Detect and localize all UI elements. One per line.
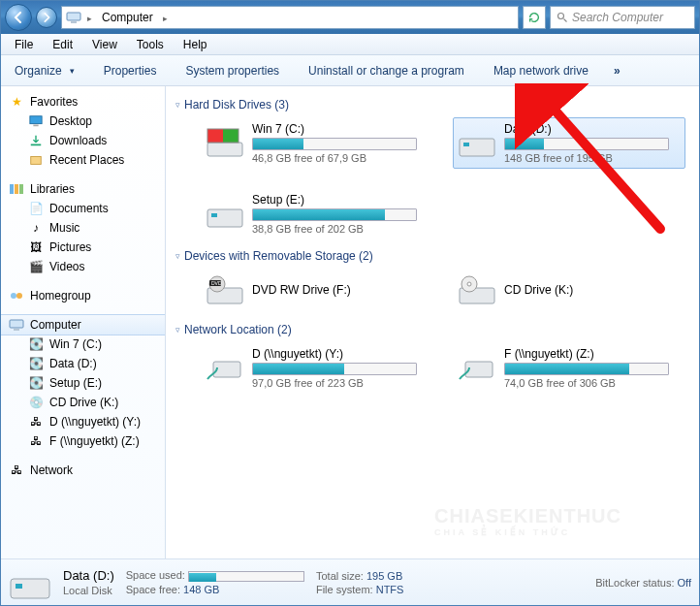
- usage-bar: [504, 138, 669, 150]
- usage-bar: [252, 208, 417, 221]
- sidebar-computer-header[interactable]: Computer: [1, 315, 165, 335]
- section-hdd-header[interactable]: ▿Hard Disk Drives (3): [175, 98, 689, 112]
- dvd-drive-icon: DVD: [206, 273, 244, 308]
- sidebar-item-netdrive-y[interactable]: 🖧D (\\nguyetkt) (Y:): [1, 412, 165, 431]
- svg-rect-14: [207, 143, 242, 156]
- sidebar-favorites-label: Favorites: [30, 95, 78, 109]
- drive-net-y[interactable]: D (\\nguyetkt) (Y:)97,0 GB free of 223 G…: [201, 342, 433, 394]
- sidebar-item-drive-e[interactable]: 💽Setup (E:): [1, 373, 165, 393]
- toolbar-properties[interactable]: Properties: [98, 60, 163, 81]
- svg-rect-16: [223, 129, 239, 143]
- pictures-icon: 🖼: [28, 239, 44, 255]
- svg-point-2: [558, 14, 564, 19]
- toolbar-system-properties[interactable]: System properties: [179, 60, 285, 81]
- content-pane: ▿Hard Disk Drives (3) Win 7 (C:)46,8 GB …: [166, 86, 699, 558]
- computer-icon: [9, 317, 24, 333]
- netdrive-icon: 🖧: [28, 433, 44, 449]
- computer-icon: [66, 10, 81, 25]
- collapse-icon[interactable]: ▿: [175, 325, 180, 335]
- section-network-header[interactable]: ▿Network Location (2): [175, 323, 689, 336]
- collapse-icon[interactable]: ▿: [175, 100, 180, 110]
- menu-edit[interactable]: Edit: [45, 36, 80, 53]
- drive-dvd-f[interactable]: DVD DVD RW Drive (F:): [201, 269, 433, 313]
- cd-icon: 💿: [28, 395, 44, 410]
- sidebar-homegroup-header[interactable]: Homegroup: [1, 286, 165, 305]
- sidebar-item-recent[interactable]: Recent Places: [1, 150, 165, 170]
- sidebar-item-downloads[interactable]: Downloads: [1, 131, 165, 150]
- drive-icon: 💽: [28, 356, 44, 371]
- svg-rect-7: [10, 184, 14, 194]
- cd-drive-icon: [458, 273, 496, 308]
- menu-help[interactable]: Help: [175, 36, 215, 53]
- details-title: Data (D:): [63, 568, 114, 583]
- toolbar-uninstall[interactable]: Uninstall or change a program: [302, 60, 470, 81]
- svg-rect-9: [19, 184, 23, 194]
- drive-net-z[interactable]: F (\\nguyetkt) (Z:)74,0 GB free of 306 G…: [453, 342, 685, 394]
- sidebar-network-header[interactable]: 🖧Network: [1, 461, 165, 480]
- hdd-icon: [206, 197, 244, 232]
- sidebar-item-drive-c[interactable]: 💽Win 7 (C:): [1, 335, 165, 354]
- usage-bar: [252, 138, 417, 150]
- nav-back-button[interactable]: [5, 4, 32, 31]
- search-placeholder: Search Computer: [572, 11, 663, 24]
- svg-rect-21: [211, 213, 217, 217]
- desktop-icon: [28, 113, 44, 129]
- svg-rect-13: [14, 329, 19, 331]
- svg-rect-0: [67, 13, 80, 20]
- toolbar-map-network-drive[interactable]: Map network drive: [488, 60, 594, 81]
- sidebar-item-documents[interactable]: 📄Documents: [1, 199, 165, 218]
- section-removable-header[interactable]: ▿Devices with Removable Storage (2): [175, 249, 689, 263]
- sidebar-item-drive-d[interactable]: 💽Data (D:): [1, 354, 165, 373]
- search-input[interactable]: Search Computer: [550, 6, 695, 29]
- svg-point-10: [11, 293, 16, 299]
- usage-bar: [188, 571, 304, 582]
- explorer-body: ★Favorites Desktop Downloads Recent Plac…: [1, 86, 699, 558]
- svg-rect-19: [463, 143, 469, 146]
- drive-setup-e[interactable]: Setup (E:)38,8 GB free of 202 GB: [201, 188, 433, 239]
- menu-file[interactable]: File: [7, 36, 41, 53]
- network-drive-icon: [458, 351, 496, 386]
- svg-point-11: [16, 293, 22, 299]
- drive-icon: 💽: [28, 375, 44, 391]
- libraries-icon: [9, 181, 24, 197]
- svg-text:DVD: DVD: [211, 280, 222, 286]
- sidebar-item-drive-k[interactable]: 💿CD Drive (K:): [1, 393, 165, 412]
- menu-view[interactable]: View: [84, 36, 125, 53]
- drive-icon: 💽: [28, 336, 44, 352]
- svg-rect-1: [71, 21, 77, 23]
- drive-data-d[interactable]: Data (D:)148 GB free of 195 GB: [453, 117, 685, 169]
- svg-rect-3: [30, 116, 42, 124]
- svg-rect-6: [31, 157, 42, 165]
- documents-icon: 📄: [28, 201, 44, 216]
- videos-icon: 🎬: [28, 259, 44, 274]
- breadcrumb-computer[interactable]: Computer: [98, 11, 157, 24]
- menu-bar: File Edit View Tools Help: [1, 34, 699, 55]
- toolbar-organize[interactable]: Organize: [9, 60, 80, 81]
- netdrive-icon: 🖧: [28, 414, 44, 430]
- sidebar-favorites-header[interactable]: ★Favorites: [1, 92, 165, 112]
- sidebar-item-music[interactable]: ♪Music: [1, 218, 165, 238]
- sidebar-libraries-header[interactable]: Libraries: [1, 179, 165, 199]
- drive-cd-k[interactable]: CD Drive (K:): [453, 269, 685, 313]
- network-drive-icon: [206, 351, 244, 386]
- details-subtitle: Local Disk: [63, 585, 114, 596]
- toolbar-more[interactable]: »: [614, 64, 620, 78]
- address-bar[interactable]: Computer: [61, 6, 519, 29]
- sidebar-item-pictures[interactable]: 🖼Pictures: [1, 238, 165, 257]
- collapse-icon[interactable]: ▿: [175, 251, 180, 261]
- usage-bar: [504, 363, 669, 375]
- drive-win7-c[interactable]: Win 7 (C:)46,8 GB free of 67,9 GB: [201, 117, 433, 169]
- homegroup-icon: [9, 288, 24, 303]
- refresh-button[interactable]: [523, 6, 546, 29]
- menu-tools[interactable]: Tools: [129, 36, 172, 53]
- sidebar-item-desktop[interactable]: Desktop: [1, 112, 165, 131]
- address-bar-row: Computer Search Computer: [1, 1, 699, 34]
- star-icon: ★: [9, 94, 24, 110]
- hdd-icon: [9, 563, 51, 602]
- explorer-toolbar: Organize Properties System properties Un…: [1, 55, 699, 86]
- sidebar-item-videos[interactable]: 🎬Videos: [1, 257, 165, 276]
- nav-forward-button[interactable]: [36, 7, 57, 28]
- sidebar-item-netdrive-z[interactable]: 🖧F (\\nguyetkt) (Z:): [1, 431, 165, 451]
- navigation-pane: ★Favorites Desktop Downloads Recent Plac…: [1, 86, 166, 558]
- os-drive-icon: [206, 126, 244, 161]
